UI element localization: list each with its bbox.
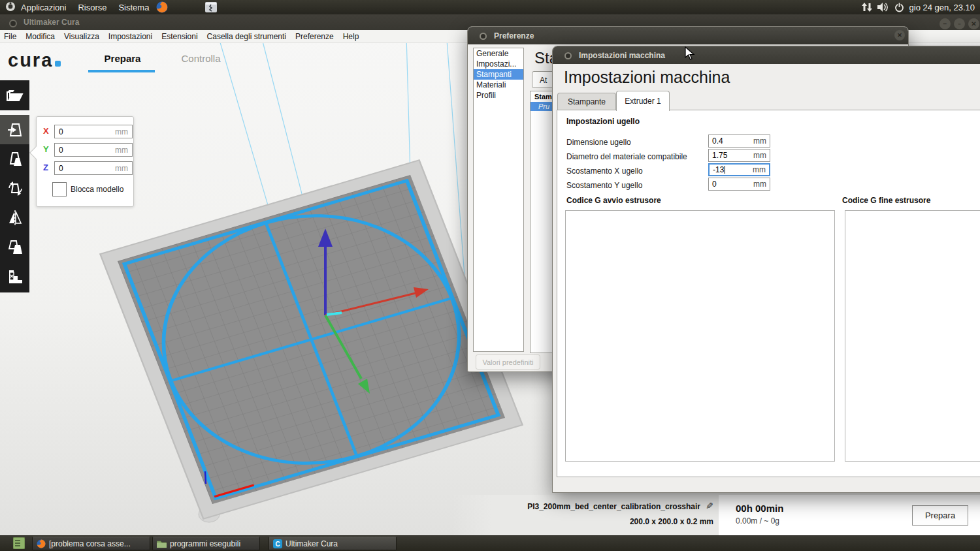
preferences-close-icon[interactable]: ✕ <box>894 30 905 40</box>
minimize-button[interactable]: − <box>939 18 951 29</box>
menu-estensioni[interactable]: Estensioni <box>161 32 197 41</box>
menu-help[interactable]: Help <box>343 32 359 41</box>
job-info-panel: PI3_200mm_bed_center_calibration_crossha… <box>452 495 719 535</box>
rotate-tool-button[interactable] <box>0 174 29 203</box>
folder-icon <box>157 540 167 548</box>
x-position-input[interactable]: 0mm <box>54 125 133 138</box>
firefox-icon <box>37 539 46 548</box>
gnome-top-panel: Applicazioni Risorse Sistema <box>0 0 980 14</box>
material-diameter-label: Diametro del materiale compatibile <box>566 150 687 163</box>
nozzle-offset-y-label: Scostamento Y ugello <box>566 179 642 192</box>
machine-dialog-title: Impostazioni macchina <box>579 51 665 60</box>
gcode-end-textarea[interactable] <box>845 210 980 462</box>
preferences-titlebar[interactable]: Preferenze ✕ <box>468 27 908 44</box>
menu-applicazioni[interactable]: Applicazioni <box>21 3 66 12</box>
defaults-button[interactable]: Valori predefiniti <box>476 354 540 370</box>
machine-settings-dialog: Impostazioni macchina Impostazioni macch… <box>552 46 980 493</box>
lock-model-label: Blocca modello <box>71 185 123 194</box>
per-model-settings-button[interactable] <box>0 232 29 262</box>
pref-item-impostazioni[interactable]: Impostazi... <box>474 59 523 69</box>
dialog-icon <box>480 33 487 40</box>
taskbar-cura-window[interactable]: C Ultimaker Cura <box>269 537 397 550</box>
print-time: 00h 00min <box>736 503 783 514</box>
menu-file[interactable]: File <box>4 32 16 41</box>
job-name[interactable]: PI3_200mm_bed_center_calibration_crossha… <box>527 502 700 511</box>
tab-prepare[interactable]: Prepara <box>91 53 154 64</box>
model-dimensions: 200.0 x 200.0 x 0.2 mm <box>630 517 713 526</box>
nozzle-offset-x-label: Scostamento X ugello <box>566 165 643 178</box>
y-axis-label: Y <box>43 143 49 156</box>
menu-casella-strumenti[interactable]: Casella degli strumenti <box>207 32 286 41</box>
pref-item-stampanti[interactable]: Stampanti <box>474 69 523 80</box>
network-traffic-icon[interactable] <box>862 3 872 12</box>
gcode-end-label: Codice G fine estrusore <box>842 196 930 205</box>
per-model-settings-icon <box>7 239 24 256</box>
nozzle-size-label: Dimensione ugello <box>566 136 631 149</box>
slice-button[interactable]: Prepara <box>912 505 968 526</box>
menu-modifica[interactable]: Modifica <box>25 32 55 41</box>
z-axis-label: Z <box>43 161 48 174</box>
power-session-icon[interactable] <box>894 3 904 12</box>
open-file-button[interactable] <box>0 80 29 110</box>
app-window-icon[interactable] <box>205 2 217 12</box>
pref-item-materiali[interactable]: Materiali <box>474 80 523 90</box>
support-blocker-icon <box>7 268 24 285</box>
rotate-tool-icon <box>7 180 24 197</box>
position-tool-panel: X 0mm Y 0mm Z 0mm Blocca modello <box>36 116 134 207</box>
dialog-icon <box>564 52 572 59</box>
volume-icon[interactable] <box>877 3 889 12</box>
preferences-category-list: Generale Impostazi... Stampanti Material… <box>473 48 524 352</box>
svg-text:C: C <box>275 541 280 548</box>
lock-model-checkbox[interactable] <box>52 182 67 197</box>
nozzle-offset-y-input[interactable]: 0mm <box>708 178 770 191</box>
window-list-taskbar: [problema corsa asse... programmi esegub… <box>0 535 980 551</box>
open-folder-icon <box>7 88 24 102</box>
gcode-start-textarea[interactable] <box>565 210 835 462</box>
nozzle-offset-x-input[interactable]: -13 mm <box>708 163 770 176</box>
menu-impostazioni[interactable]: Impostazioni <box>108 32 152 41</box>
cura-app-icon: C <box>273 539 282 548</box>
pref-item-generale[interactable]: Generale <box>474 48 523 59</box>
tool-panel <box>0 115 29 292</box>
cura-logo: cura <box>8 50 61 71</box>
menu-sistema[interactable]: Sistema <box>118 3 149 12</box>
rename-pencil-icon[interactable]: ✎ <box>706 501 713 511</box>
tab-prepare-underline <box>88 70 155 72</box>
tab-extruder-1[interactable]: Extruder 1 <box>616 91 670 111</box>
text-caret <box>725 166 725 174</box>
z-position-input[interactable]: 0mm <box>54 161 133 175</box>
show-desktop-icon[interactable] <box>13 537 25 549</box>
support-blocker-button[interactable] <box>0 262 29 291</box>
tab-stampante[interactable]: Stampante <box>557 93 616 110</box>
material-estimate: 0.00m / ~ 0g <box>736 516 779 526</box>
mirror-tool-icon <box>7 210 24 227</box>
y-position-input[interactable]: 0mm <box>54 143 133 157</box>
scale-tool-button[interactable] <box>0 144 29 174</box>
menu-preferenze[interactable]: Preferenze <box>295 32 334 41</box>
machine-heading: Impostazioni macchina <box>564 68 730 87</box>
pref-item-profili[interactable]: Profili <box>474 90 523 101</box>
machine-titlebar[interactable]: Impostazioni macchina <box>553 46 980 64</box>
print-estimate-panel: 00h 00min 0.00m / ~ 0g Prepara <box>719 495 980 535</box>
distributor-logo-icon[interactable] <box>5 1 16 12</box>
menu-visualizza[interactable]: Visualizza <box>64 32 99 41</box>
logo-dot <box>55 61 61 67</box>
gcode-start-label: Codice G avvio estrusore <box>566 196 661 205</box>
move-tool-button[interactable] <box>0 115 29 144</box>
mirror-tool-button[interactable] <box>0 203 29 232</box>
nozzle-size-input[interactable]: 0.4mm <box>708 134 770 148</box>
close-button[interactable]: ✕ <box>968 18 979 29</box>
material-diameter-input[interactable]: 1.75mm <box>708 149 770 162</box>
taskbar-firefox-window[interactable]: [problema corsa asse... <box>32 537 150 550</box>
desktop: Applicazioni Risorse Sistema <box>0 0 980 551</box>
move-tool-icon <box>7 121 24 138</box>
taskbar-file-manager-window[interactable]: programmi esegubili <box>152 537 260 550</box>
extruder-settings-panel: Impostazioni ugello Dimensione ugello 0.… <box>557 110 980 477</box>
window-title: Ultimaker Cura <box>24 18 79 27</box>
maximize-button[interactable]: ▫ <box>954 18 965 29</box>
tab-monitor[interactable]: Controlla <box>176 53 225 64</box>
clock[interactable]: gio 24 gen, 23.10 <box>909 3 975 12</box>
firefox-launcher-icon[interactable] <box>156 1 168 13</box>
x-axis-label: X <box>43 125 49 138</box>
menu-risorse[interactable]: Risorse <box>78 3 106 12</box>
